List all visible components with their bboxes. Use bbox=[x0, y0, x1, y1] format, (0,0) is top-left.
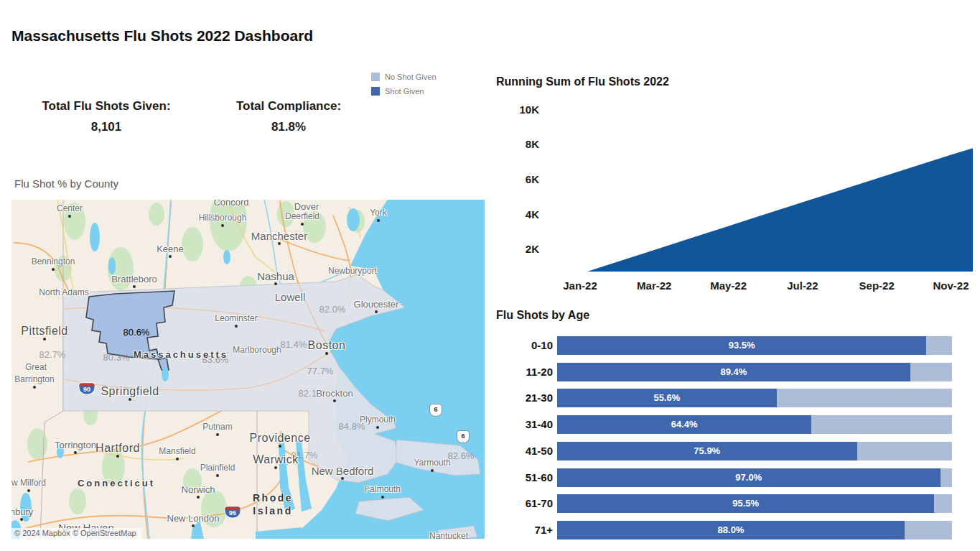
flu-shots-by-age-chart: 0-1093.5%11-2089.4%21-3055.6%31-4064.4%4… bbox=[493, 336, 959, 545]
page-title: Massachusetts Flu Shots 2022 Dashboard bbox=[11, 27, 313, 45]
us-route-6-shield-icon: 6 bbox=[457, 430, 470, 443]
age-category-label: 51-60 bbox=[493, 468, 553, 487]
legend-label: No Shot Given bbox=[385, 73, 437, 81]
city-dot bbox=[341, 477, 344, 480]
bar-value-label: 88.0% bbox=[718, 524, 745, 535]
city-dot bbox=[325, 352, 328, 355]
bar-shot-given-segment[interactable]: 88.0% bbox=[557, 521, 905, 540]
bar-shot-given-segment[interactable]: 64.4% bbox=[557, 415, 811, 434]
county-percent-label: 81.4% bbox=[281, 339, 307, 350]
bar-chart-title: Flu Shots by Age bbox=[496, 309, 589, 322]
bar-no-shot-segment[interactable]: 93.5% bbox=[557, 336, 952, 355]
bar-value-label: 93.5% bbox=[729, 340, 755, 351]
area-xtick-Jul-22: Jul-22 bbox=[770, 279, 835, 292]
city-dot bbox=[68, 215, 71, 218]
bar-shot-given-segment[interactable]: 55.6% bbox=[557, 389, 777, 407]
running-sum-area[interactable] bbox=[580, 144, 973, 272]
bar-shot-given-segment[interactable]: 93.5% bbox=[557, 336, 926, 355]
city-dot bbox=[197, 496, 200, 499]
map-place-label: Deerfield bbox=[285, 211, 319, 221]
interstate-90-shield-icon: 90 bbox=[80, 384, 95, 394]
city-dot bbox=[216, 433, 219, 436]
map-place-label: w Milford bbox=[11, 478, 46, 488]
bar-value-label: 64.4% bbox=[671, 419, 698, 430]
map-place-label: Norwich bbox=[182, 484, 215, 495]
legend-item-0[interactable]: No Shot Given bbox=[371, 70, 437, 84]
bar-no-shot-segment[interactable]: 75.9% bbox=[557, 442, 952, 460]
map-place-label: Putnam bbox=[202, 422, 232, 432]
kpi-total-flu-shots-label: Total Flu Shots Given: bbox=[13, 99, 200, 114]
map-place-label: Nantucket bbox=[429, 531, 468, 539]
map-place-label: Mansfield bbox=[159, 446, 195, 456]
age-category-label: 71+ bbox=[493, 521, 553, 540]
county-percent-label: 82.6% bbox=[448, 450, 475, 461]
bar-no-shot-segment[interactable]: 89.4% bbox=[557, 363, 952, 381]
bar-no-shot-segment[interactable]: 88.0% bbox=[557, 521, 952, 540]
city-dot bbox=[43, 338, 46, 341]
map-title: Flu Shot % by County bbox=[14, 177, 118, 190]
city-dot bbox=[133, 285, 136, 288]
age-category-label: 31-40 bbox=[493, 415, 553, 434]
map-place-label: Plymouth bbox=[360, 415, 396, 425]
city-dot bbox=[431, 469, 434, 472]
map-place-label: Nashua bbox=[257, 270, 294, 282]
city-dot bbox=[192, 524, 195, 527]
city-dot bbox=[74, 451, 77, 454]
map-place-label: York bbox=[370, 208, 387, 218]
bar-shot-given-segment[interactable]: 89.4% bbox=[557, 363, 910, 381]
legend-item-1[interactable]: Shot Given bbox=[371, 84, 437, 98]
map-place-label: Dover bbox=[294, 201, 319, 212]
bar-value-label: 95.5% bbox=[732, 498, 759, 509]
kpi-total-compliance-label: Total Compliance: bbox=[195, 99, 382, 114]
map-place-label: Manchester bbox=[251, 230, 307, 242]
interstate-95-shield-icon: 95 bbox=[225, 507, 241, 518]
map-place-label: Torrington bbox=[55, 440, 96, 450]
map-attribution[interactable]: © 2024 Mapbox © OpenStreetMap bbox=[11, 528, 141, 539]
bar-value-label: 55.6% bbox=[653, 392, 680, 403]
map-place-label: Keene bbox=[157, 244, 184, 254]
map-place-label: Boston bbox=[308, 339, 346, 352]
legend-label: Shot Given bbox=[385, 87, 424, 96]
legend-swatch bbox=[371, 87, 380, 96]
area-ytick-6K: 6K bbox=[500, 173, 539, 185]
city-dot bbox=[176, 458, 179, 460]
county-percent-label: 80.6% bbox=[123, 327, 150, 338]
area-xtick-Sep-22: Sep-22 bbox=[844, 279, 909, 292]
county-map[interactable]: 82.0%82.7%80.3%81.4%77.7%82.1%83.6%84.8%… bbox=[11, 200, 485, 539]
area-xtick-May-22: May-22 bbox=[696, 279, 761, 292]
age-category-label: 41-50 bbox=[493, 442, 553, 460]
map-place-label: Brockton bbox=[316, 388, 353, 399]
age-category-label: 11-20 bbox=[493, 363, 553, 381]
bar-value-label: 89.4% bbox=[720, 366, 747, 377]
running-sum-area-chart[interactable] bbox=[543, 101, 973, 272]
map-place-label: Hillsborough bbox=[199, 213, 247, 223]
bar-shot-given-segment[interactable]: 95.5% bbox=[557, 494, 934, 513]
map-place-label: Connecticut bbox=[78, 478, 155, 489]
map-place-label: Providence bbox=[249, 432, 310, 445]
city-dot bbox=[278, 242, 281, 245]
color-legend: No Shot GivenShot Given bbox=[371, 70, 437, 98]
map-place-label: Pittsfield bbox=[21, 325, 67, 338]
map-place-label: Center bbox=[57, 203, 83, 213]
bar-shot-given-segment[interactable]: 75.9% bbox=[557, 442, 857, 460]
city-dot bbox=[129, 398, 131, 401]
area-ytick-4K: 4K bbox=[500, 208, 539, 221]
us-route-6-shield-icon: 6 bbox=[429, 404, 442, 417]
city-dot bbox=[235, 325, 238, 328]
bar-shot-given-segment[interactable]: 97.0% bbox=[557, 468, 941, 487]
bar-no-shot-segment[interactable]: 95.5% bbox=[557, 494, 952, 513]
bar-no-shot-segment[interactable]: 64.4% bbox=[557, 415, 952, 434]
city-dot bbox=[279, 445, 281, 448]
map-place-label: Island bbox=[253, 505, 292, 517]
map-place-label: Brattleboro bbox=[111, 274, 157, 284]
city-dot bbox=[377, 219, 380, 222]
city-dot bbox=[52, 268, 55, 271]
map-place-label: New London bbox=[167, 513, 220, 524]
area-ytick-10K: 10K bbox=[500, 103, 539, 116]
bar-no-shot-segment[interactable]: 55.6% bbox=[557, 389, 952, 407]
bar-no-shot-segment[interactable]: 97.0% bbox=[557, 468, 952, 487]
legend-swatch bbox=[371, 73, 380, 81]
city-dot bbox=[376, 426, 379, 429]
city-dot bbox=[381, 496, 384, 499]
map-place-label: Marlborough bbox=[233, 345, 281, 355]
